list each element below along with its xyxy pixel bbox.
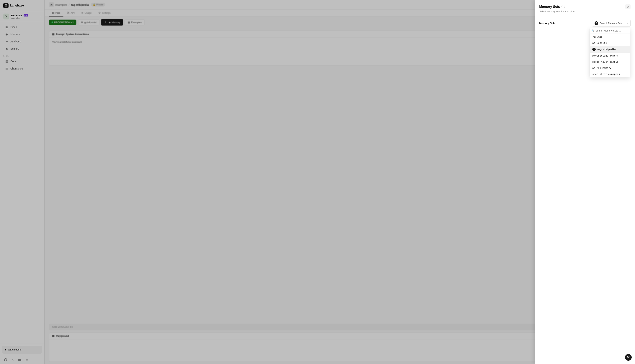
dropdown-item-aa-website[interactable]: aa-website — [590, 40, 630, 46]
memory-sets-label: Memory Sets — [539, 22, 555, 25]
step3-circle: 3 — [592, 48, 596, 51]
search-dropdown-button[interactable]: 2 Search Memory Sets ... ⌄ 🔍 resumes aa-… — [592, 20, 630, 27]
modal-close-button[interactable]: ✕ — [625, 4, 630, 9]
modal-header: Memory Sets i ✕ Select memory sets for y… — [535, 0, 635, 16]
kb-shortcut-button[interactable]: ⌘ — [625, 354, 632, 361]
modal-info-icon[interactable]: i — [561, 5, 565, 8]
dropdown-item-spec-sheet-examples[interactable]: spec-sheet-examples — [590, 71, 630, 77]
modal-body: Memory Sets 2 Search Memory Sets ... ⌄ 🔍… — [535, 16, 635, 364]
dropdown-item-blood-maven-sample[interactable]: blood-maven-sample — [590, 59, 630, 65]
dropdown-item-resumes[interactable]: resumes — [590, 34, 630, 40]
chevron-down-icon: ⌄ — [626, 22, 628, 24]
dropdown-menu: 🔍 resumes aa-website 3rag-wikipedia pros… — [589, 28, 630, 77]
modal-overlay: Memory Sets i ✕ Select memory sets for y… — [0, 0, 635, 364]
modal-title: Memory Sets i — [539, 5, 565, 9]
modal-panel: Memory Sets i ✕ Select memory sets for y… — [535, 0, 635, 364]
dropdown-search-input[interactable] — [595, 29, 628, 32]
dropdown-placeholder: Search Memory Sets ... — [600, 22, 625, 25]
dropdown-item-aa-rag-memory[interactable]: aa-rag-memory — [590, 65, 630, 71]
modal-subtitle: Select memory sets for your pipe. — [539, 10, 630, 13]
dropdown-step-badge: 2 — [594, 21, 598, 25]
memory-sets-row: Memory Sets 2 Search Memory Sets ... ⌄ 🔍… — [539, 20, 630, 27]
dropdown-search-icon: 🔍 — [592, 30, 594, 32]
dropdown-item-rag-wikipedia[interactable]: 3rag-wikipedia — [590, 46, 630, 53]
dropdown-item-prospecting-memory[interactable]: prospecting-memory — [590, 53, 630, 59]
dropdown-search-container: 🔍 — [590, 28, 630, 34]
